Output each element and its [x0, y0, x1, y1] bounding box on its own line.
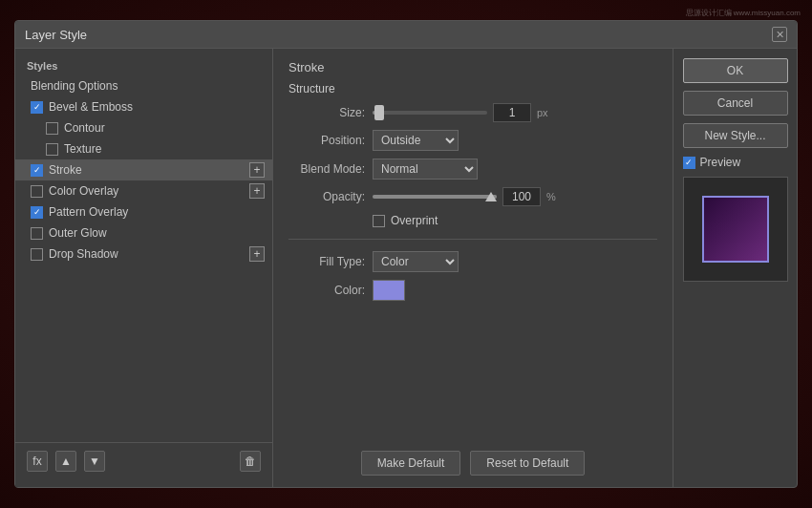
dialog-title: Layer Style: [25, 28, 87, 42]
size-thumb[interactable]: [374, 105, 384, 120]
overprint-label: Overprint: [391, 214, 438, 227]
close-button[interactable]: ✕: [772, 27, 787, 42]
blending-options-label: Blending Options: [31, 79, 118, 93]
delete-button[interactable]: 🗑: [240, 451, 261, 472]
sidebar-item-stroke[interactable]: Stroke +: [15, 159, 272, 180]
pattern-overlay-checkbox[interactable]: [31, 206, 43, 219]
sidebar-item-bevel-emboss[interactable]: Bevel & Emboss: [15, 96, 272, 117]
drop-shadow-add-button[interactable]: +: [249, 246, 265, 262]
move-up-button[interactable]: ▲: [55, 451, 76, 472]
fill-type-row: Fill Type: Color Gradient Pattern: [288, 239, 657, 272]
preview-area: [683, 177, 788, 282]
main-panel: Stroke Structure Size: px Position:: [273, 49, 673, 487]
preview-check-row: Preview: [683, 156, 788, 169]
drop-shadow-checkbox[interactable]: [31, 248, 43, 261]
sidebar-item-contour[interactable]: Contour: [15, 117, 272, 138]
drop-shadow-label: Drop Shadow: [49, 247, 118, 261]
opacity-input[interactable]: [502, 187, 541, 206]
opacity-label: Opacity:: [288, 190, 365, 203]
texture-checkbox[interactable]: [46, 143, 58, 156]
position-row: Position: Outside Inside Center: [288, 130, 657, 151]
blend-mode-row: Blend Mode: Normal Multiply Screen Overl…: [288, 159, 657, 180]
layer-style-dialog: Layer Style ✕ Styles Blending Options Be…: [14, 20, 798, 488]
opacity-track: [373, 195, 497, 199]
pattern-overlay-label: Pattern Overlay: [49, 205, 128, 219]
opacity-slider-container: %: [373, 187, 657, 206]
color-label: Color:: [288, 284, 365, 297]
fx-button[interactable]: fx: [27, 451, 48, 472]
sidebar-item-blending-options[interactable]: Blending Options: [15, 75, 272, 96]
outer-glow-checkbox[interactable]: [31, 227, 43, 240]
opacity-unit: %: [546, 191, 556, 202]
preview-label: Preview: [700, 156, 741, 169]
blend-mode-select[interactable]: Normal Multiply Screen Overlay: [373, 159, 478, 180]
opacity-thumb[interactable]: [485, 192, 497, 201]
sidebar-item-outer-glow[interactable]: Outer Glow: [15, 222, 272, 243]
dialog-body: Styles Blending Options Bevel & Emboss C…: [15, 49, 797, 487]
stroke-add-button[interactable]: +: [249, 162, 265, 178]
preview-checkbox[interactable]: [683, 157, 695, 169]
reset-default-button[interactable]: Reset to Default: [470, 451, 585, 476]
position-select[interactable]: Outside Inside Center: [373, 130, 459, 151]
bevel-emboss-checkbox[interactable]: [31, 101, 43, 114]
move-down-button[interactable]: ▼: [84, 451, 105, 472]
color-overlay-checkbox[interactable]: [31, 185, 43, 198]
cancel-button[interactable]: Cancel: [683, 91, 788, 116]
sidebar-item-texture[interactable]: Texture: [15, 138, 272, 159]
fill-type-select[interactable]: Color Gradient Pattern: [373, 251, 459, 272]
size-label: Size:: [288, 106, 365, 119]
styles-header: Styles: [15, 56, 272, 75]
opacity-row: Opacity: %: [288, 187, 657, 206]
sidebar-item-pattern-overlay[interactable]: Pattern Overlay: [15, 201, 272, 222]
fill-type-label: Fill Type:: [288, 255, 365, 268]
stroke-checkbox[interactable]: [31, 164, 43, 177]
left-panel: Styles Blending Options Bevel & Emboss C…: [15, 49, 273, 487]
position-label: Position:: [288, 134, 365, 147]
outer-glow-label: Outer Glow: [49, 226, 107, 240]
size-slider[interactable]: [373, 111, 487, 115]
size-input[interactable]: [493, 103, 531, 122]
left-footer: fx ▲ ▼ 🗑: [15, 442, 272, 479]
size-unit: px: [537, 107, 548, 118]
overprint-checkbox[interactable]: [373, 215, 385, 227]
sidebar-item-drop-shadow[interactable]: Drop Shadow +: [15, 243, 272, 265]
opacity-slider[interactable]: [373, 195, 497, 199]
watermark: 思源设计汇编 www.missyuan.com: [686, 8, 801, 18]
bottom-buttons: Make Default Reset to Default: [288, 443, 657, 476]
panel-title: Stroke: [288, 60, 657, 74]
make-default-button[interactable]: Make Default: [361, 451, 461, 476]
color-swatch[interactable]: [373, 280, 405, 301]
overprint-row: Overprint: [288, 214, 657, 227]
section-title: Structure: [288, 82, 657, 95]
color-overlay-add-button[interactable]: +: [249, 183, 265, 199]
color-row: Color:: [288, 280, 657, 301]
size-slider-container: px: [373, 103, 657, 122]
new-style-button[interactable]: New Style...: [683, 123, 788, 148]
size-row: Size: px: [288, 103, 657, 122]
right-panel: OK Cancel New Style... Preview: [673, 49, 797, 487]
contour-checkbox[interactable]: [46, 122, 58, 135]
sidebar-item-color-overlay[interactable]: Color Overlay +: [15, 180, 272, 201]
bevel-emboss-label: Bevel & Emboss: [49, 100, 133, 114]
color-overlay-label: Color Overlay: [49, 184, 118, 198]
blend-mode-label: Blend Mode:: [288, 162, 365, 176]
contour-label: Contour: [64, 121, 105, 135]
dialog-titlebar: Layer Style ✕: [15, 21, 797, 49]
ok-button[interactable]: OK: [683, 58, 788, 83]
texture-label: Texture: [64, 142, 101, 156]
preview-image: [702, 196, 769, 263]
stroke-label: Stroke: [49, 163, 82, 177]
